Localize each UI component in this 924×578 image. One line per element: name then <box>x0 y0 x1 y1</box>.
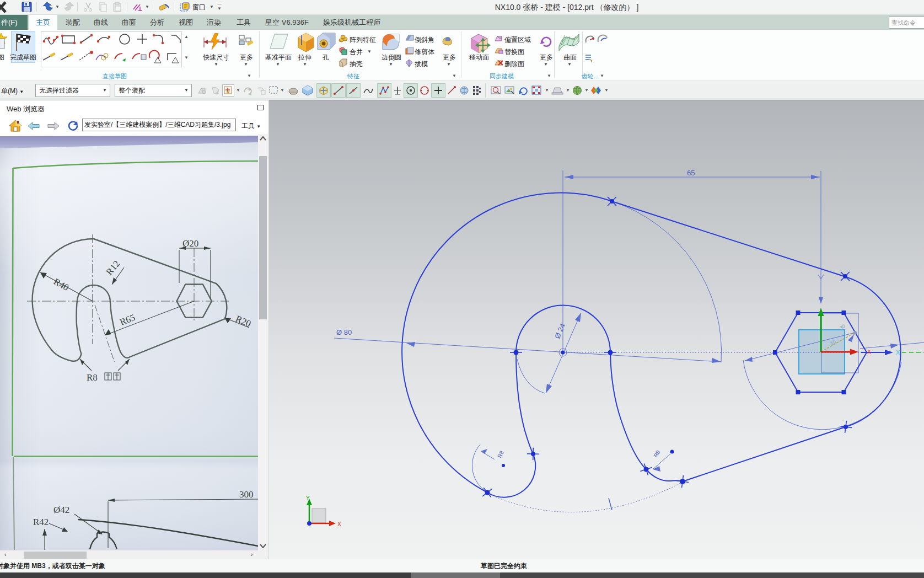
svg-text:R8: R8 <box>652 449 661 458</box>
svg-text:Ø 80: Ø 80 <box>336 328 352 336</box>
svg-text:+: + <box>339 46 341 51</box>
svg-text:300: 300 <box>239 489 254 500</box>
svg-text:65: 65 <box>687 169 695 177</box>
svg-text:X: X <box>337 521 341 527</box>
svg-text:X: X <box>896 349 900 356</box>
svg-text:Ø20: Ø20 <box>182 238 198 249</box>
svg-text:Y: Y <box>306 495 310 501</box>
svg-text:X: X <box>867 349 871 355</box>
svg-text:R42: R42 <box>33 517 49 527</box>
svg-text:Ø42: Ø42 <box>53 505 69 515</box>
svg-text:R8: R8 <box>87 372 98 383</box>
svg-text:R8: R8 <box>496 449 505 459</box>
svg-text:Ø 24: Ø 24 <box>553 322 567 340</box>
